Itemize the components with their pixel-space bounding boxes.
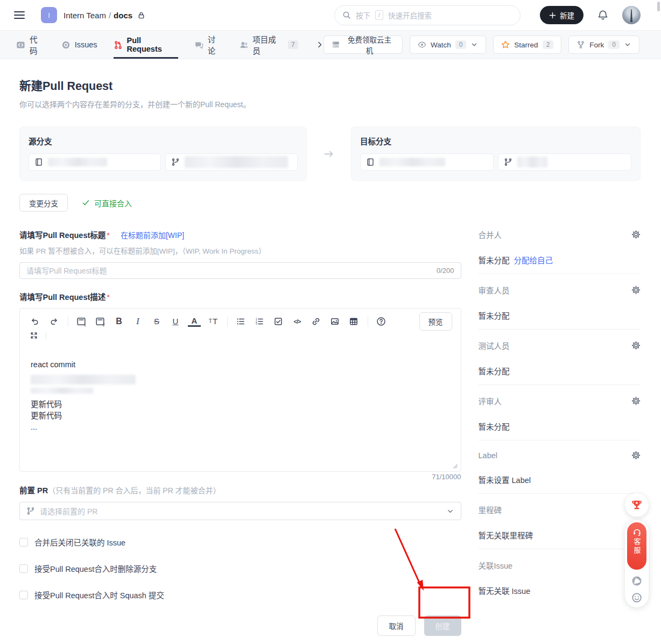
tab-members[interactable]: 项目成员 7 — [240, 31, 298, 59]
italic-icon[interactable]: I — [131, 314, 144, 328]
add-wip-link[interactable]: 在标题前添加[WIP] — [121, 229, 184, 240]
undo-icon[interactable] — [29, 314, 41, 328]
repo-icon — [366, 158, 375, 166]
team-avatar[interactable]: I — [41, 7, 57, 23]
bold-icon[interactable]: B — [112, 314, 125, 328]
font-size-icon[interactable]: TT — [207, 314, 220, 328]
pr-title-input[interactable] — [26, 267, 430, 275]
heading2-icon[interactable]: 2 — [94, 314, 107, 328]
sidebar-section-milestone: 里程碑 暂无关联里程碑 — [479, 504, 641, 549]
prerequisite-pr-label: 前置 PR — [19, 484, 48, 495]
option-close-linked-issue[interactable]: 合并后关闭已关联的 Issue — [19, 536, 461, 548]
scrollbar-thumb[interactable] — [657, 2, 660, 11]
assign-to-self-link[interactable]: 分配给自己 — [514, 256, 553, 265]
option-delete-source-branch[interactable]: 接受Pull Request合入时删除源分支 — [19, 563, 461, 574]
gear-icon[interactable] — [631, 341, 641, 350]
gear-icon[interactable] — [631, 451, 641, 460]
feedback-smiley-icon[interactable] — [631, 592, 642, 603]
repo-nav: 代码 Issues Pull Requests 讨论 项目成员 7 免费领取云主… — [0, 30, 661, 59]
tab-discussion[interactable]: 讨论 — [194, 31, 223, 59]
image-icon[interactable] — [328, 314, 341, 328]
strikethrough-icon[interactable]: S — [150, 314, 163, 328]
fullscreen-icon[interactable] — [29, 328, 39, 342]
lock-icon — [137, 11, 145, 19]
description-editor-body[interactable]: react commit 更新代码 更新代码 ... — [20, 343, 461, 471]
user-avatar[interactable] — [622, 6, 641, 24]
code-block-icon[interactable]: </> — [291, 314, 304, 328]
star-icon — [501, 40, 510, 49]
sidebar-section-testers: 测试人员 暂未分配 — [479, 340, 641, 385]
task-list-icon[interactable] — [272, 314, 285, 328]
preview-button[interactable]: 预览 — [419, 312, 452, 331]
underline-icon[interactable]: U — [169, 314, 182, 328]
tab-code[interactable]: 代码 — [16, 31, 45, 59]
change-branch-button[interactable]: 变更分支 — [19, 194, 68, 212]
sidebar-section-linked-issue: 关联Issue 暂无关联 Issue — [479, 559, 641, 604]
font-color-icon[interactable]: A — [188, 316, 201, 327]
tab-pull-requests[interactable]: Pull Requests — [114, 31, 178, 59]
checkbox[interactable] — [19, 591, 28, 599]
star-count: 2 — [543, 40, 554, 49]
gear-icon[interactable] — [631, 285, 641, 295]
repo-icon — [34, 158, 43, 166]
redacted-text — [185, 156, 288, 168]
gear-icon[interactable] — [631, 230, 641, 239]
cancel-button[interactable]: 取消 — [377, 615, 416, 636]
create-button[interactable]: 创建 — [424, 615, 461, 636]
numbered-list-icon[interactable] — [253, 314, 266, 328]
link-icon[interactable] — [310, 314, 322, 328]
share-aperture-icon[interactable] — [631, 576, 642, 586]
team-name[interactable]: Intern Team — [64, 11, 106, 20]
option-squash-commits[interactable]: 接受Pull Request合入时 Squash 提交 — [19, 589, 461, 600]
description-line: ... — [31, 422, 450, 433]
more-tabs-chevron-icon[interactable] — [315, 40, 324, 49]
table-icon[interactable] — [347, 314, 360, 328]
star-button[interactable]: Starred 2 — [493, 36, 561, 54]
search-input[interactable]: 按下 / 快速开启搜索 — [334, 5, 521, 25]
server-icon — [332, 40, 340, 49]
help-icon[interactable] — [375, 314, 388, 328]
prerequisite-pr-hint: （只有当前置的 PR 合入后，当前 PR 才能被合并） — [48, 485, 220, 495]
headset-icon — [632, 527, 642, 536]
redo-icon[interactable] — [47, 314, 60, 328]
checkbox[interactable] — [19, 538, 28, 547]
gear-icon[interactable] — [631, 396, 641, 405]
description-line: react commit — [31, 359, 450, 370]
pr-title-help: 如果 PR 暂不想被合入，可以在标题前添加[WIP]，（WIP, Work In… — [19, 245, 461, 256]
page-subtitle: 你可以选择两个内容存在差异的分支，并创建一个新的Pull Request。 — [19, 99, 641, 109]
branch-icon — [504, 158, 512, 166]
sidebar-section-reviewers: 审查人员 暂未分配 — [479, 284, 641, 330]
chevron-down-icon — [470, 41, 478, 48]
watch-button[interactable]: Watch 0 — [410, 36, 486, 54]
heading1-icon[interactable]: 1 — [75, 314, 88, 328]
branch-icon — [171, 158, 180, 166]
tab-issues[interactable]: Issues — [61, 31, 97, 59]
watch-eye-icon — [418, 40, 426, 49]
service-dock: 客服 — [625, 520, 649, 607]
notification-bell-icon[interactable] — [597, 10, 608, 20]
mergeable-status: 可直接合入 — [82, 198, 132, 208]
customer-service-button[interactable]: 客服 — [627, 522, 646, 570]
new-button[interactable]: 新建 — [540, 6, 583, 24]
resize-handle-icon[interactable] — [451, 461, 458, 469]
target-branch-select[interactable] — [498, 153, 631, 171]
breadcrumb-separator: / — [109, 11, 111, 20]
breadcrumb: Intern Team / docs — [64, 11, 145, 20]
bullet-list-icon[interactable] — [234, 314, 247, 328]
search-placeholder-suffix: 快速开启搜索 — [388, 10, 432, 20]
repo-name[interactable]: docs — [114, 11, 132, 20]
cloud-host-button[interactable]: 免费领取云主机 — [324, 36, 402, 54]
sidebar-section-merger: 合并人 暂未分配分配给自己 — [479, 229, 641, 274]
watch-count: 0 — [455, 40, 467, 49]
description-line: 更新代码 — [31, 399, 450, 410]
chevron-down-icon — [624, 41, 631, 48]
checkbox[interactable] — [19, 564, 28, 573]
source-branch-panel: 源分支 — [19, 127, 307, 181]
target-repo-select[interactable] — [360, 153, 494, 171]
fork-button[interactable]: Fork 0 — [568, 36, 639, 54]
prerequisite-pr-select[interactable]: 请选择前置的 PR — [19, 502, 461, 520]
source-branch-select[interactable] — [165, 153, 298, 171]
source-repo-select[interactable] — [29, 153, 161, 171]
hamburger-menu-icon[interactable] — [14, 11, 25, 19]
rewards-fab[interactable] — [625, 493, 649, 517]
